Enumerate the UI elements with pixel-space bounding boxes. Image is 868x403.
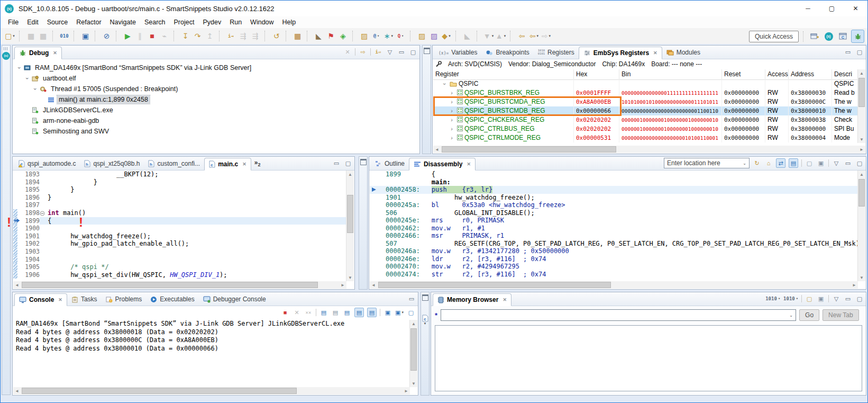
expander-collapse-icon[interactable]: › bbox=[24, 75, 31, 82]
debug-launch-tree[interactable]: ›RAM_DA1469x [SmartBond “SmartSnippets S… bbox=[13, 62, 419, 153]
prev-annotation-icon[interactable]: ▲▾ bbox=[495, 30, 506, 42]
flash-pencil-icon[interactable]: ◣ bbox=[313, 30, 324, 42]
scroll-down-arrow[interactable]: ▼ bbox=[858, 136, 865, 143]
editor-line[interactable]: 1900 bbox=[13, 225, 346, 232]
minimized-view-icon[interactable]: c bbox=[422, 315, 428, 322]
disasm-line[interactable]: 00002462: mov.w r1, #1 bbox=[370, 225, 858, 232]
debug-tree-item[interactable]: main() at main.c:1,899 0x2458 bbox=[13, 94, 419, 105]
binary-file-icon[interactable]: 010 bbox=[59, 30, 70, 42]
debug-tree-item[interactable]: arm-none-eabi-gdb bbox=[13, 115, 419, 126]
expander-collapse-icon[interactable]: › bbox=[440, 80, 449, 88]
instruction-pause-icon[interactable]: ⇶ bbox=[250, 30, 261, 42]
disassembly-horizontal-scrollbar[interactable]: ◄ ► bbox=[370, 281, 858, 289]
forward-icon[interactable]: ⇨▾ bbox=[541, 30, 552, 42]
scroll-right-arrow[interactable]: ► bbox=[339, 281, 346, 289]
profile-icon[interactable]: ◈ bbox=[337, 30, 349, 42]
scroll-left-arrow[interactable]: ◄ bbox=[433, 146, 441, 153]
restore-view-icon[interactable] bbox=[360, 159, 367, 165]
column-header-bin[interactable]: Bin bbox=[619, 69, 722, 79]
new-tab-button[interactable]: New Tab bbox=[823, 309, 858, 321]
new-wizard-icon[interactable]: ▢▾ bbox=[4, 30, 15, 42]
minimize-icon[interactable]: ▭ bbox=[844, 48, 852, 56]
tab-breakpoints[interactable]: Breakpoints bbox=[481, 46, 533, 59]
disconnect-icon[interactable]: ⌁ bbox=[159, 30, 170, 42]
editor-line[interactable]: 1902 hw_gpio_pad_latch_enable_all(); bbox=[13, 240, 346, 248]
restore-view-icon[interactable] bbox=[424, 48, 430, 54]
chevron-down-icon[interactable]: ▾ bbox=[549, 34, 551, 38]
menu-file[interactable]: File bbox=[4, 19, 23, 26]
register-row[interactable]: ›QSPIC_CHCKERASE_REG0x020202020000001000… bbox=[433, 115, 858, 124]
disasm-line[interactable]: 1899 { bbox=[370, 171, 858, 178]
editor-line[interactable]: 1893 __BKPT(12); bbox=[13, 171, 346, 178]
terminate-icon[interactable]: ■ bbox=[147, 30, 158, 42]
instruction-step-icon[interactable]: i→ bbox=[225, 30, 236, 42]
disassembly-vertical-scrollbar[interactable]: ▲ ▼ bbox=[857, 171, 865, 281]
save-icon[interactable]: ▦ bbox=[25, 30, 36, 42]
expander-expand-icon[interactable]: › bbox=[448, 88, 455, 97]
chevron-down-icon[interactable]: ▾ bbox=[537, 34, 539, 38]
disasm-line[interactable]: 507 REG_SETF(CRG_TOP, P0_SET_PAD_LATCH_R… bbox=[370, 240, 858, 248]
debug-perspective-icon[interactable] bbox=[851, 30, 864, 43]
expander-expand-icon[interactable]: › bbox=[448, 124, 455, 133]
console-vertical-scrollbar[interactable]: ▲ ▼ bbox=[409, 320, 417, 387]
debug-tree-item[interactable]: ›RAM_DA1469x [SmartBond “SmartSnippets S… bbox=[13, 62, 419, 73]
menu-refactor[interactable]: Refactor bbox=[72, 19, 105, 26]
pin-console-icon[interactable]: ▣ bbox=[383, 308, 392, 317]
scrollbar-thumb[interactable] bbox=[378, 282, 611, 288]
scroll-right-arrow[interactable]: ► bbox=[858, 146, 865, 153]
go-button[interactable]: Go bbox=[799, 309, 819, 321]
disasm-line[interactable]: 00002458: push {r3, lr} bbox=[370, 186, 858, 194]
menu-window[interactable]: Window bbox=[246, 19, 278, 26]
registers-table-header[interactable]: RegisterHexBinResetAccessAddressDescri bbox=[433, 69, 858, 80]
skip-breakpoints-icon[interactable]: ⊘ bbox=[101, 30, 112, 42]
maximize-icon[interactable]: ▢ bbox=[409, 48, 417, 56]
tab-debug[interactable]: Debug✕ bbox=[14, 47, 62, 59]
chevron-down-icon[interactable]: ▾ bbox=[401, 310, 404, 315]
view-menu-icon[interactable]: ▽ bbox=[832, 159, 840, 167]
svd-settings-icon[interactable] bbox=[435, 61, 442, 67]
home-icon[interactable]: ⌂ bbox=[764, 159, 773, 167]
view-menu-icon[interactable]: ▽ bbox=[386, 48, 394, 56]
maximize-icon[interactable]: ▢ bbox=[855, 159, 864, 167]
scroll-lock-icon[interactable]: ▤ bbox=[331, 308, 340, 317]
tab-registers[interactable]: 10100101Registers bbox=[534, 46, 579, 59]
location-combo[interactable]: Enter location here ⌄ bbox=[664, 158, 750, 168]
scroll-down-arrow[interactable]: ▼ bbox=[858, 274, 865, 281]
view-menu-icon[interactable]: ▽ bbox=[832, 294, 840, 303]
editor-line[interactable]: 1894 } bbox=[13, 178, 346, 186]
menu-edit[interactable]: Edit bbox=[23, 19, 43, 26]
annotation-icon[interactable]: @▾ bbox=[371, 30, 382, 42]
menu-search[interactable]: Search bbox=[140, 19, 170, 26]
scroll-right-arrow[interactable]: ► bbox=[851, 281, 858, 289]
tab-embsys-registers[interactable]: EmbSys Registers✕ bbox=[579, 47, 662, 59]
minimize-icon[interactable]: ▭ bbox=[844, 159, 852, 167]
tab-outline[interactable]: Outline bbox=[371, 157, 409, 170]
chevron-down-icon[interactable]: ⌄ bbox=[743, 161, 746, 166]
column-header-hex[interactable]: Hex bbox=[574, 69, 619, 79]
word-wrap-icon[interactable]: ▤ bbox=[343, 308, 351, 317]
smartsnippets-view-icon[interactable]: (s) bbox=[2, 52, 10, 60]
open-perspective-icon[interactable] bbox=[808, 30, 820, 42]
scroll-up-arrow[interactable]: ▲ bbox=[858, 69, 865, 77]
register-row[interactable]: ›QSPIC_BURSTBRK_REG0x0001FFFF00000000000… bbox=[433, 88, 858, 97]
debug-config-icon[interactable]: ∗▾ bbox=[383, 30, 394, 42]
tab-qspi-xt25q08b-h[interactable]: hqspi_xt25q08b.h bbox=[80, 157, 144, 170]
minimize-icon[interactable]: ▭ bbox=[407, 294, 416, 303]
instruction-stepping-icon[interactable]: i⇨ bbox=[374, 48, 382, 56]
step-return-icon[interactable]: ↥ bbox=[204, 30, 215, 42]
expander-collapse-icon[interactable]: › bbox=[16, 65, 23, 71]
new-view-icon[interactable]: ▢ bbox=[805, 159, 814, 167]
register-row[interactable]: ›QSPIC_CTRLMODE_REG0x0000053100000000000… bbox=[433, 133, 858, 142]
tab-executables[interactable]: Executables bbox=[146, 293, 198, 306]
column-header-access[interactable]: Access bbox=[765, 69, 789, 79]
column-header-reset[interactable]: Reset bbox=[722, 69, 765, 79]
editor-tab-overflow[interactable]: »2 bbox=[254, 159, 261, 167]
back-icon[interactable]: ⇦▾ bbox=[528, 30, 540, 42]
suspend-icon[interactable]: ∥ bbox=[134, 30, 145, 42]
show-next-statement-icon[interactable]: ⇨ bbox=[359, 48, 367, 56]
editor-line[interactable]: 1905 /* qspi */ bbox=[13, 263, 346, 271]
quick-access-box[interactable]: Quick Access bbox=[749, 31, 799, 42]
tab-custom-confi[interactable]: hcustom_confi... bbox=[144, 157, 204, 170]
editor-line[interactable]: 1903 bbox=[13, 248, 346, 256]
memory-address-combo[interactable]: ⌄ bbox=[441, 309, 796, 321]
